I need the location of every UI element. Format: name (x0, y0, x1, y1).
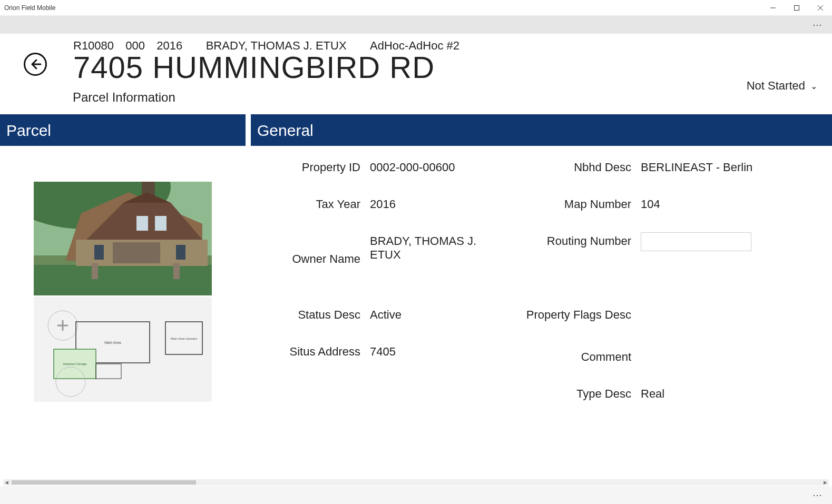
svg-rect-17 (113, 242, 160, 263)
situs-address-value: 7405 (370, 345, 496, 359)
property-id-label: Property ID (251, 161, 364, 174)
scroll-left-icon[interactable]: ◀ (5, 480, 8, 485)
top-command-bar: ⋯ (0, 16, 832, 34)
status-dropdown[interactable]: Not Started ⌄ (747, 79, 817, 93)
minimize-icon (770, 5, 776, 11)
status-desc-value: Active (370, 308, 496, 322)
house-image-icon (34, 182, 212, 295)
maximize-icon (794, 5, 799, 11)
status-label: Not Started (747, 79, 805, 93)
svg-text:Main Area Upstairs: Main Area Upstairs (171, 337, 198, 340)
comment-label: Comment (503, 345, 634, 364)
nbhd-desc-value: BERLINEAST - Berlin (641, 161, 778, 174)
map-number-label: Map Number (503, 197, 634, 211)
svg-rect-14 (155, 216, 167, 231)
routing-number-input[interactable] (641, 232, 751, 251)
back-button[interactable] (24, 53, 47, 76)
page-title: 7405 HUMMINGBIRD RD (73, 50, 832, 85)
sketch-diagram-icon: Main Area Main Area Upstairs Attached Ga… (34, 297, 212, 402)
general-panel-header: General (251, 114, 832, 146)
svg-rect-18 (92, 263, 98, 279)
svg-rect-19 (173, 263, 180, 279)
bottom-command-bar: ⋯ (0, 486, 832, 504)
svg-text:Attached Garage: Attached Garage (63, 362, 87, 365)
type-desc-value: Real (641, 387, 778, 401)
close-icon (818, 5, 823, 11)
scroll-right-icon[interactable]: ▶ (824, 480, 827, 485)
status-desc-label: Status Desc (251, 308, 364, 322)
chevron-down-icon: ⌄ (810, 81, 817, 91)
svg-rect-29 (96, 364, 121, 379)
owner-name-label: Owner Name (251, 234, 364, 285)
routing-number-label: Routing Number (503, 234, 634, 248)
scroll-thumb[interactable] (12, 480, 196, 485)
property-id-value: 0002-000-00600 (370, 161, 496, 174)
map-number-value: 104 (641, 197, 778, 211)
more-icon-bottom[interactable]: ⋯ (808, 489, 827, 501)
routing-number-cell (641, 234, 778, 251)
svg-rect-13 (136, 216, 148, 231)
owner-name-value: BRADY, THOMAS J. ETUX (370, 234, 496, 285)
arrow-left-icon (29, 58, 42, 71)
parcel-panel-header: Parcel (0, 114, 246, 146)
section-label: Parcel Information (73, 90, 832, 105)
content-row: Parcel (0, 114, 832, 424)
type-desc-label: Type Desc (503, 387, 634, 401)
property-flags-label: Property Flags Desc (503, 308, 634, 322)
maximize-button[interactable] (785, 0, 808, 15)
horizontal-scrollbar[interactable]: ◀ ▶ (3, 479, 829, 486)
window-controls (761, 0, 832, 15)
svg-rect-1 (794, 5, 799, 10)
svg-text:Main Area: Main Area (104, 341, 121, 344)
property-sketch[interactable]: Main Area Main Area Upstairs Attached Ga… (34, 297, 212, 402)
window-titlebar: Orion Field Mobile (0, 0, 832, 16)
close-button[interactable] (808, 0, 832, 15)
general-panel: General Property ID 0002-000-00600 Nbhd … (251, 114, 832, 424)
parcel-panel: Parcel (0, 114, 246, 424)
nbhd-desc-label: Nbhd Desc (503, 161, 634, 174)
minimize-button[interactable] (761, 0, 785, 15)
header: R10080 000 2016 BRADY, THOMAS J. ETUX Ad… (0, 34, 832, 114)
window-title: Orion Field Mobile (4, 4, 55, 12)
property-photo[interactable] (34, 182, 212, 295)
more-icon[interactable]: ⋯ (808, 19, 827, 31)
situs-address-label: Situs Address (251, 345, 364, 359)
tax-year-label: Tax Year (251, 197, 364, 211)
tax-year-value: 2016 (370, 197, 496, 211)
svg-rect-15 (94, 245, 104, 260)
svg-rect-16 (176, 245, 185, 260)
